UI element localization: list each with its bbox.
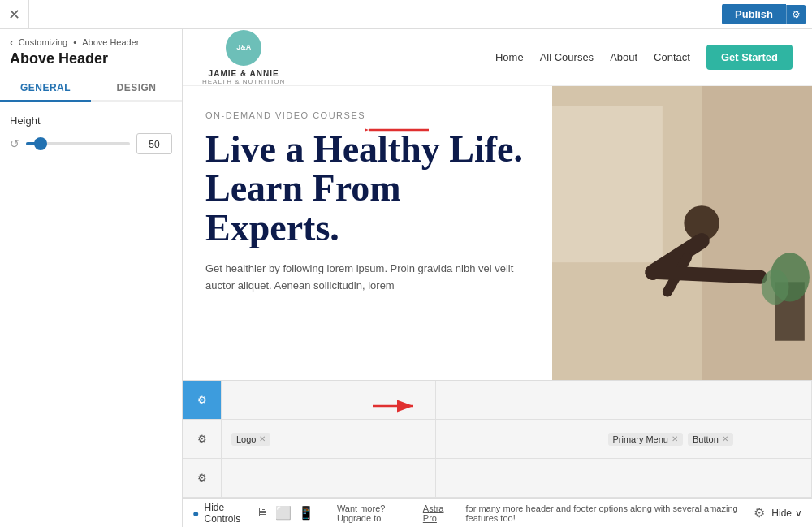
get-started-button[interactable]: Get Started	[706, 45, 793, 70]
logo-chip-remove[interactable]: ✕	[259, 434, 266, 443]
hide-label: Hide	[771, 508, 792, 519]
astra-pro-link[interactable]: Astra Pro	[423, 503, 456, 523]
page-title-row: Above Header	[0, 50, 182, 76]
height-value[interactable]: 50	[136, 133, 172, 154]
logo-text: J&A	[236, 43, 251, 52]
tabs-row: GENERAL DESIGN	[0, 76, 182, 102]
gear-icon-row2: ⚙	[197, 433, 207, 445]
height-slider[interactable]	[26, 142, 130, 145]
upgrade-text: Want more? Upgrade to	[337, 503, 421, 523]
nav-links: Home All Courses About Contact Get Start…	[495, 45, 793, 70]
logo-circle: J&A	[226, 30, 261, 66]
hide-controls-icon: ●	[192, 507, 199, 520]
tab-design[interactable]: DESIGN	[91, 76, 182, 100]
device-icons: 🖥 ⬜ 📱	[256, 505, 314, 521]
height-slider-row: ↺ 50	[10, 133, 172, 154]
builder-row1-left	[222, 381, 436, 419]
slider-thumb[interactable]	[34, 137, 47, 150]
builder-row-1: ⚙	[183, 381, 812, 420]
hero-section: ON-DEMAND VIDEO COURSES Live a Healthy L…	[183, 86, 812, 380]
primary-menu-remove[interactable]: ✕	[672, 434, 678, 443]
site-name: JAMIE & ANNIE	[209, 69, 279, 78]
primary-menu-label: Primary Menu	[613, 434, 668, 444]
hide-button[interactable]: Hide ∨	[771, 508, 802, 519]
upgrade-notice: Want more? Upgrade to Astra Pro for many…	[327, 503, 754, 523]
svg-line-8	[653, 272, 761, 277]
builder-row-3: ⚙	[183, 459, 812, 498]
preview-nav: J&A JAMIE & ANNIE HEALTH & NUTRITION Hom…	[183, 29, 812, 86]
button-chip-remove[interactable]: ✕	[722, 434, 728, 443]
builder-row2-right: Primary Menu ✕ Button ✕	[598, 420, 813, 458]
hide-controls-button[interactable]: ● Hide Controls	[192, 502, 256, 525]
tablet-icon[interactable]: ⬜	[275, 505, 292, 521]
publish-gear-button[interactable]: ⚙	[786, 5, 806, 24]
builder-row-2: ⚙ Logo ✕ Primary Menu ✕ Button	[183, 420, 812, 459]
builder-row1-mid	[436, 381, 598, 419]
hero-image-placeholder	[552, 86, 812, 380]
height-label: Height	[10, 114, 172, 127]
chevron-down-icon: ∨	[795, 508, 802, 519]
close-button[interactable]: ✕	[0, 0, 29, 29]
builder-row2-mid	[436, 420, 598, 458]
desktop-icon[interactable]: 🖥	[256, 505, 269, 521]
page-title: Above Header	[10, 50, 172, 67]
builder-row1-right	[598, 381, 813, 419]
logo-chip-label: Logo	[236, 434, 256, 444]
nav-link-home[interactable]: Home	[495, 51, 524, 63]
hero-image	[552, 86, 812, 380]
upgrade-suffix: for many more header and footer options …	[466, 503, 754, 523]
settings-gear-icon[interactable]: ⚙	[754, 505, 765, 521]
builder-row3-gear[interactable]: ⚙	[183, 459, 222, 497]
nav-link-contact[interactable]: Contact	[654, 51, 690, 63]
button-chip-label: Button	[693, 434, 719, 444]
svg-rect-4	[552, 106, 663, 262]
builder-row3-mid	[436, 459, 598, 497]
bottom-bar: ● Hide Controls 🖥 ⬜ 📱 Want more? Upgrade…	[183, 498, 812, 527]
button-chip: Button ✕	[688, 433, 733, 446]
primary-menu-chip: Primary Menu ✕	[608, 433, 683, 446]
panel-content: Height ↺ 50	[0, 102, 182, 527]
logo-chip: Logo ✕	[231, 433, 270, 446]
builder-row2-gear[interactable]: ⚙	[183, 420, 222, 458]
publish-button[interactable]: Publish	[722, 4, 786, 24]
left-panel: ‹ Customizing • Above Header Above Heade…	[0, 29, 183, 527]
hero-left: ON-DEMAND VIDEO COURSES Live a Healthy L…	[183, 86, 552, 380]
breadcrumb-page: Above Header	[82, 37, 139, 47]
site-subtitle: HEALTH & NUTRITION	[202, 78, 285, 85]
breadcrumb-base: Customizing	[19, 37, 68, 47]
svg-point-11	[762, 270, 789, 305]
top-bar: ✕ Publish ⚙	[0, 0, 812, 29]
builder-area: ⚙ ⚙ Logo ✕	[183, 380, 812, 498]
mobile-icon[interactable]: 📱	[298, 505, 314, 521]
builder-row3-right	[598, 459, 813, 497]
hide-controls-label: Hide Controls	[204, 502, 255, 525]
hero-tag: ON-DEMAND VIDEO COURSES	[205, 110, 529, 120]
builder-row1-gear[interactable]: ⚙	[183, 381, 222, 419]
hero-title: Live a Healthy Life. Learn From Experts.	[205, 130, 529, 248]
main-layout: ‹ Customizing • Above Header Above Heade…	[0, 29, 812, 527]
reset-icon[interactable]: ↺	[10, 137, 19, 150]
builder-row2-left: Logo ✕	[222, 420, 436, 458]
gear-icon-row3: ⚙	[197, 472, 207, 484]
tab-general[interactable]: GENERAL	[0, 76, 91, 102]
bottom-right: ⚙ Hide ∨	[754, 505, 802, 521]
publish-area: Publish ⚙	[722, 4, 806, 24]
site-logo: J&A JAMIE & ANNIE HEALTH & NUTRITION	[202, 30, 285, 85]
hero-description: Get healthier by following lorem ipsum. …	[205, 261, 529, 295]
breadcrumb-separator: •	[71, 37, 79, 47]
breadcrumb: ‹ Customizing • Above Header	[0, 29, 182, 50]
gear-icon: ⚙	[197, 394, 207, 406]
builder-row3-left	[222, 459, 436, 497]
right-area: J&A JAMIE & ANNIE HEALTH & NUTRITION Hom…	[183, 29, 812, 527]
back-button[interactable]: ‹	[10, 36, 14, 49]
nav-link-courses[interactable]: All Courses	[540, 51, 594, 63]
nav-link-about[interactable]: About	[610, 51, 637, 63]
